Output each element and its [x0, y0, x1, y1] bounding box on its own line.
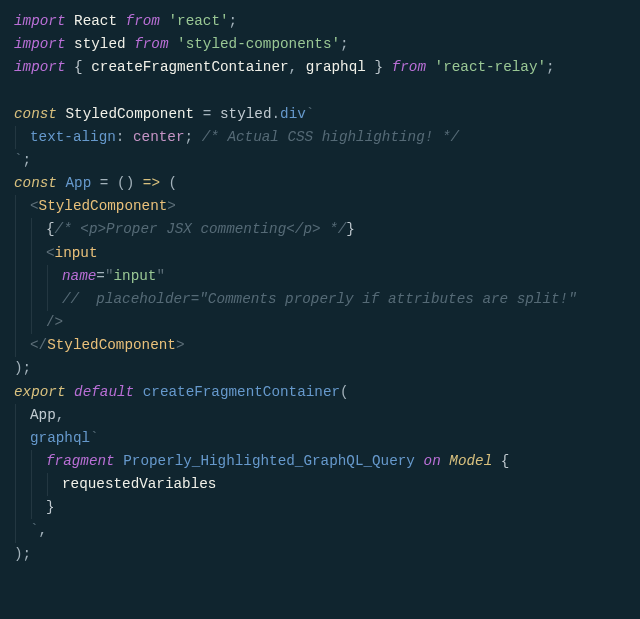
graphql-fragment-name: Properly_Highlighted_GraphQL_Query: [123, 453, 415, 469]
jsx-slash: /: [39, 337, 48, 353]
jsx-attr-name: name: [62, 268, 96, 284]
semicolon: ;: [546, 59, 555, 75]
equals: =: [203, 106, 212, 122]
paren-open: (: [117, 175, 126, 191]
brace-close: }: [374, 59, 383, 75]
backtick: `: [90, 430, 99, 446]
comma: ,: [39, 522, 48, 538]
css-comment: /* Actual CSS highlighting! */: [202, 129, 459, 145]
equals: =: [96, 268, 105, 284]
paren-open: (: [340, 384, 349, 400]
ident-styledcomponent: StyledComponent: [66, 106, 195, 122]
jsx-angle: <: [46, 245, 55, 261]
graphql-fragment-kw: fragment: [46, 453, 115, 469]
css-value: center: [133, 129, 184, 145]
keyword-import: import: [14, 13, 65, 29]
jsx-angle: <: [30, 198, 39, 214]
line-comment: // placeholder="Comments properly if att…: [62, 291, 577, 307]
ident-react: React: [74, 13, 117, 29]
jsx-tag-input: input: [55, 245, 98, 261]
jsx-attr-value: input: [114, 268, 157, 284]
jsx-expr-open: {: [46, 221, 55, 237]
keyword-const: const: [14, 175, 57, 191]
semicolon: ;: [23, 360, 32, 376]
ident-app: App: [66, 175, 92, 191]
string-react-pkg: 'react': [169, 13, 229, 29]
ident-graphql: graphql: [306, 59, 366, 75]
paren-close: ): [14, 546, 23, 562]
graphql-tag: graphql: [30, 430, 90, 446]
backtick: `: [30, 522, 39, 538]
keyword-import: import: [14, 59, 65, 75]
keyword-default: default: [74, 384, 134, 400]
paren-close: ): [126, 175, 135, 191]
jsx-angle: >: [167, 198, 176, 214]
string-styled-pkg: 'styled-components': [177, 36, 340, 52]
equals: =: [100, 175, 109, 191]
semicolon: ;: [23, 546, 32, 562]
comma: ,: [56, 407, 65, 423]
fn-cfc: createFragmentContainer: [143, 384, 340, 400]
keyword-from: from: [134, 36, 168, 52]
ident-styled-obj: styled: [220, 106, 271, 122]
quote: ": [105, 268, 114, 284]
string-relay-pkg: 'react-relay': [435, 59, 547, 75]
jsx-slash: /: [46, 314, 55, 330]
brace-open: {: [501, 453, 510, 469]
keyword-const: const: [14, 106, 57, 122]
paren-open: (: [169, 175, 178, 191]
keyword-import: import: [14, 36, 65, 52]
jsx-angle: <: [30, 337, 39, 353]
code-block: import React from 'react'; import styled…: [0, 0, 640, 580]
ident-styled: styled: [74, 36, 125, 52]
graphql-type: Model: [449, 453, 492, 469]
arg-app: App: [30, 407, 56, 423]
comma: ,: [289, 59, 298, 75]
keyword-export: export: [14, 384, 65, 400]
ident-cfc: createFragmentContainer: [91, 59, 288, 75]
graphql-on: on: [424, 453, 441, 469]
paren-close: ): [14, 360, 23, 376]
method-div: div: [280, 106, 306, 122]
colon: :: [116, 129, 125, 145]
backtick: `: [14, 152, 23, 168]
jsx-angle: >: [176, 337, 185, 353]
semicolon: ;: [229, 13, 238, 29]
jsx-expr-close: }: [346, 221, 355, 237]
brace-open: {: [74, 59, 83, 75]
backtick: `: [306, 106, 315, 122]
graphql-field: requestedVariables: [62, 476, 216, 492]
keyword-from: from: [126, 13, 160, 29]
quote: ": [156, 268, 165, 284]
jsx-angle: >: [55, 314, 64, 330]
dot: .: [271, 106, 280, 122]
brace-close: }: [46, 499, 55, 515]
semicolon: ;: [184, 129, 193, 145]
semicolon: ;: [23, 152, 32, 168]
arrow: =>: [143, 175, 160, 191]
css-property: text-align: [30, 129, 116, 145]
jsx-comment: /* <p>Proper JSX commenting</p> */: [55, 221, 347, 237]
keyword-from: from: [392, 59, 426, 75]
jsx-tag-styledcomponent-close: StyledComponent: [47, 337, 176, 353]
semicolon: ;: [340, 36, 349, 52]
jsx-tag-styledcomponent: StyledComponent: [39, 198, 168, 214]
